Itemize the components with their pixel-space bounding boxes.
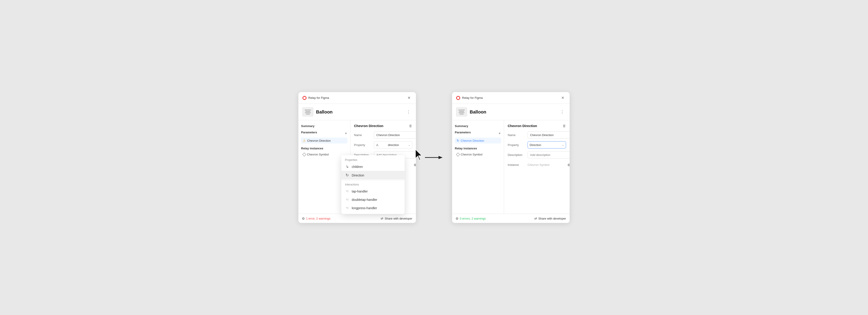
svg-marker-0 xyxy=(415,149,422,160)
component-thumbnail xyxy=(303,107,313,116)
name-field-row: Name xyxy=(354,131,412,139)
right-name-field-row: Name xyxy=(508,131,566,139)
right-thumb-line-1 xyxy=(458,110,465,110)
detail-title: Chevron Direction xyxy=(354,124,383,128)
longpress-icon: ☜ xyxy=(345,206,349,210)
summary-title: Summary xyxy=(301,124,314,128)
interactions-section-label: Interactions xyxy=(341,182,405,187)
error-status: ⊙ 1 error, 2 warnings xyxy=(302,217,331,220)
add-parameter-button[interactable]: + xyxy=(344,132,347,135)
right-more-button[interactable]: ⋮ xyxy=(559,109,565,115)
diamond-icon xyxy=(303,152,306,156)
dropdown-item-direction[interactable]: ↻ Direction xyxy=(341,171,405,180)
right-component-name: Balloon xyxy=(470,109,486,115)
right-param-label: Chevron Direction xyxy=(461,139,484,142)
chevron-down-icon: ⌄ xyxy=(408,143,410,146)
detail-header: Chevron Direction 🗑 xyxy=(354,124,412,128)
dropdown-item-tap[interactable]: ☜ tap-handler xyxy=(341,187,405,196)
instance-label-text: Chevron Symbol xyxy=(307,153,329,156)
right-property-label: Property xyxy=(508,143,526,147)
relay-logo xyxy=(303,96,307,100)
name-input[interactable] xyxy=(374,131,416,139)
name-label: Name xyxy=(354,133,372,137)
right-panel-body: Summary Parameters + ↻ Chevron Direction… xyxy=(452,120,569,214)
tap-icon: ☜ xyxy=(345,189,349,194)
right-instance-field-row: Instance ⊕ xyxy=(508,161,566,168)
right-detail-panel: Chevron Direction 🗑 Name Property Direct… xyxy=(504,120,569,214)
app-title: Relay for Figma xyxy=(308,96,329,100)
right-close-button[interactable]: ✕ xyxy=(560,95,565,100)
right-component-header-left: Balloon xyxy=(456,107,486,116)
dropdown-item-doubletap[interactable]: ☜ doubletap-handler xyxy=(341,196,405,204)
right-property-select[interactable]: Direction ⌄ xyxy=(528,141,566,148)
svg-marker-2 xyxy=(438,156,442,159)
parameters-header: Parameters + xyxy=(301,131,347,136)
param-item-chevron-direction[interactable]: ⚠ Chevron Direction xyxy=(301,138,347,143)
right-summary-title: Summary xyxy=(455,124,468,128)
right-thumb-line-4 xyxy=(460,114,464,114)
share-button[interactable]: ⇄ Share with developer xyxy=(381,217,412,220)
right-param-item-chevron-direction[interactable]: ↻ Chevron Direction xyxy=(455,138,501,143)
right-parameters-label: Parameters xyxy=(455,131,471,134)
target-icon[interactable]: ⊕ xyxy=(414,163,416,167)
right-description-label: Description xyxy=(508,153,526,156)
right-share-icon: ⇄ xyxy=(534,217,537,220)
warn-icon: ⚠ xyxy=(376,143,379,147)
right-thumb-line-3 xyxy=(459,112,464,113)
dropdown-divider xyxy=(341,180,405,181)
close-button[interactable]: ✕ xyxy=(406,95,412,100)
tap-label: tap-handler xyxy=(352,189,368,193)
flow-arrow xyxy=(425,154,443,161)
component-name: Balloon xyxy=(316,109,333,115)
direction-icon: ↻ xyxy=(345,173,349,178)
right-description-input[interactable] xyxy=(528,151,569,159)
right-panel-footer: ⊙ 0 errors, 2 warnings ⇄ Share with deve… xyxy=(452,214,569,223)
error-circle-icon: ⊙ xyxy=(302,217,305,220)
error-text: 1 error, 2 warnings xyxy=(306,217,331,220)
right-name-input[interactable] xyxy=(528,131,569,139)
right-add-parameter-button[interactable]: + xyxy=(498,132,501,135)
relay-logo-inner xyxy=(303,97,306,99)
dropdown-wrapper: Properties ↳ children ↻ Direction Intera… xyxy=(341,155,405,214)
arrow-container xyxy=(425,154,443,161)
right-target-icon[interactable]: ⊕ xyxy=(567,163,569,167)
right-detail-header: Chevron Direction 🗑 xyxy=(508,124,566,128)
dropdown-item-children[interactable]: ↳ children xyxy=(341,163,405,171)
header-left: Relay for Figma xyxy=(303,96,329,100)
right-share-button[interactable]: ⇄ Share with developer xyxy=(534,217,566,220)
dropdown-item-longpress[interactable]: ☜ longpress-handler xyxy=(341,204,405,212)
panel-header: Relay for Figma ✕ xyxy=(298,92,416,104)
property-select-text: direction xyxy=(388,143,399,147)
trash-button[interactable]: 🗑 xyxy=(409,124,412,128)
param-label: Chevron Direction xyxy=(307,139,331,142)
right-description-field-row: Description xyxy=(508,151,566,159)
instance-item: Chevron Symbol xyxy=(301,152,347,157)
right-name-label: Name xyxy=(508,133,526,137)
property-label: Property xyxy=(354,143,372,147)
right-panel: Relay for Figma ✕ Balloon ⋮ Summary Para… xyxy=(452,92,569,223)
right-relay-logo xyxy=(456,96,460,100)
relay-instances-title: Relay instances xyxy=(301,147,347,150)
property-field-row: Property ⚠ direction ⌄ xyxy=(354,141,412,148)
component-header-left: Balloon xyxy=(303,107,333,116)
right-thumb-line-2 xyxy=(459,111,464,112)
more-button[interactable]: ⋮ xyxy=(405,109,412,115)
dropdown-menu: Properties ↳ children ↻ Direction Intera… xyxy=(341,155,405,214)
thumb-line-1 xyxy=(305,110,311,110)
right-instance-label: Instance xyxy=(508,163,526,167)
thumb-line-2 xyxy=(305,111,310,112)
right-error-status: ⊙ 0 errors, 2 warnings xyxy=(456,217,486,220)
right-detail-title: Chevron Direction xyxy=(508,124,537,128)
right-property-select-text: Direction xyxy=(530,143,541,147)
children-label: children xyxy=(352,165,363,169)
property-select[interactable]: ⚠ direction ⌄ xyxy=(374,141,412,148)
doubletap-label: doubletap-handler xyxy=(352,198,377,202)
right-relay-instances-title: Relay instances xyxy=(455,147,501,150)
parameters-label: Parameters xyxy=(301,131,317,134)
warning-icon: ⚠ xyxy=(303,139,306,142)
right-component-thumbnail xyxy=(456,107,467,116)
component-header: Balloon ⋮ xyxy=(298,104,416,120)
direction-label: Direction xyxy=(352,174,364,177)
right-trash-button[interactable]: 🗑 xyxy=(563,124,566,128)
right-sidebar: Summary Parameters + ↻ Chevron Direction… xyxy=(452,120,504,214)
